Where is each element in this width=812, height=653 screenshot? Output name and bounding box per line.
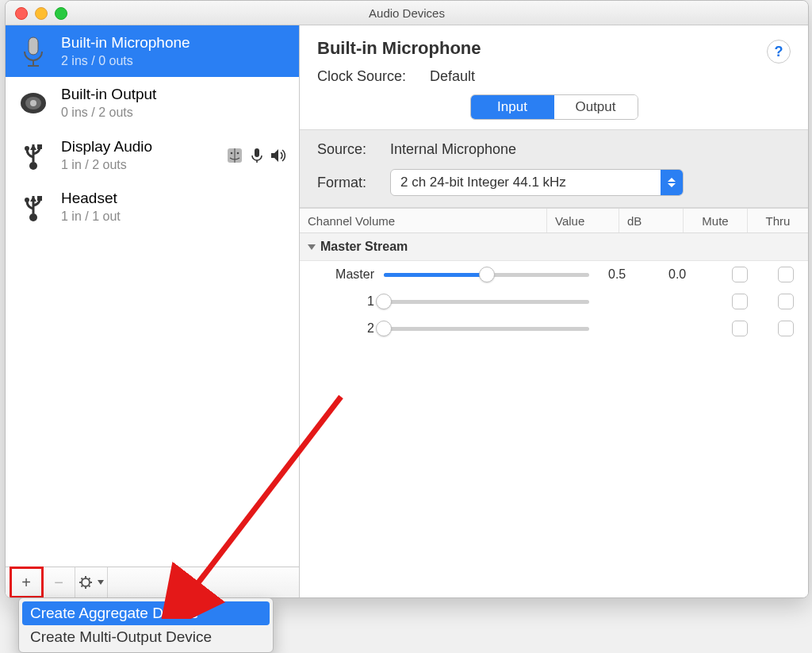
group-label: Master Stream xyxy=(320,240,408,254)
device-sub: 1 in / 1 out xyxy=(61,209,288,225)
table-header: Channel Volume Value dB Mute Thru xyxy=(300,209,808,233)
device-sub: 1 in / 2 outs xyxy=(61,157,215,174)
svg-rect-18 xyxy=(37,196,42,201)
mute-checkbox[interactable] xyxy=(716,267,764,282)
source-label: Source: xyxy=(317,141,381,158)
svg-rect-9 xyxy=(37,144,42,149)
volume-slider[interactable] xyxy=(384,327,600,331)
svg-line-25 xyxy=(89,586,90,587)
device-name: Display Audio xyxy=(61,137,215,157)
detail-header: Built-in Microphone ? Clock Source: Defa… xyxy=(300,25,808,130)
channel-name: 2 xyxy=(300,321,384,336)
channel-name: Master xyxy=(300,267,384,282)
channel-name: 1 xyxy=(300,294,384,309)
finder-icon xyxy=(226,147,243,164)
svg-point-11 xyxy=(231,152,233,154)
usb-icon xyxy=(17,190,50,224)
device-sub: 0 ins / 2 outs xyxy=(61,105,288,121)
svg-point-5 xyxy=(30,100,36,106)
svg-line-24 xyxy=(82,578,83,580)
thru-checkbox[interactable] xyxy=(764,267,808,282)
table-group[interactable]: Master Stream xyxy=(300,233,808,261)
device-name: Headset xyxy=(61,189,288,209)
svg-point-12 xyxy=(237,152,239,154)
svg-point-6 xyxy=(29,162,37,170)
format-panel: Source: Internal Microphone Format: 2 ch… xyxy=(300,130,808,208)
th-db: dB xyxy=(619,209,684,232)
th-mute: Mute xyxy=(684,209,748,232)
action-menu-button[interactable] xyxy=(75,567,108,597)
sidebar-item-built-in-output[interactable]: Built-in Output 0 ins / 2 outs xyxy=(6,77,299,129)
usb-icon xyxy=(17,139,50,172)
svg-line-27 xyxy=(82,586,83,587)
volume-slider[interactable] xyxy=(384,300,600,304)
window-title: Audio Devices xyxy=(369,6,445,20)
close-icon[interactable] xyxy=(15,7,28,20)
tab-output[interactable]: Output xyxy=(554,95,638,119)
help-button[interactable]: ? xyxy=(767,40,791,63)
minimize-icon[interactable] xyxy=(35,7,48,20)
device-list: Built-in Microphone 2 ins / 0 outs xyxy=(6,25,299,567)
chevron-down-icon xyxy=(98,580,104,585)
speaker-icon xyxy=(17,86,50,120)
mic-indicator-icon xyxy=(248,147,266,164)
svg-rect-0 xyxy=(29,37,38,55)
disclosure-triangle-icon xyxy=(308,244,316,250)
thru-checkbox[interactable] xyxy=(764,294,808,309)
svg-point-15 xyxy=(29,213,37,221)
detail-title: Built-in Microphone xyxy=(317,38,791,59)
th-value: Value xyxy=(547,209,619,232)
titlebar: Audio Devices xyxy=(6,1,808,25)
value-cell: 0.5 xyxy=(600,267,664,282)
sidebar-toolbar: + − xyxy=(6,567,299,597)
tab-input[interactable]: Input xyxy=(471,95,554,119)
zoom-icon[interactable] xyxy=(55,7,67,20)
body: Built-in Microphone 2 ins / 0 outs xyxy=(6,25,808,597)
format-select[interactable]: 2 ch 24-bit Integer 44.1 kHz xyxy=(390,169,684,196)
menu-item-create-aggregate[interactable]: Create Aggregate Device xyxy=(22,601,270,625)
sidebar-item-display-audio[interactable]: Display Audio 1 in / 2 outs xyxy=(6,129,299,181)
menu-item-create-multi-output[interactable]: Create Multi-Output Device xyxy=(22,625,270,649)
svg-point-19 xyxy=(82,578,90,586)
format-value: 2 ch 24-bit Integer 44.1 kHz xyxy=(400,175,566,190)
main-panel: Built-in Microphone ? Clock Source: Defa… xyxy=(300,25,808,597)
gear-icon xyxy=(79,574,96,591)
device-sub: 2 ins / 0 outs xyxy=(61,53,288,70)
sidebar-item-built-in-microphone[interactable]: Built-in Microphone 2 ins / 0 outs xyxy=(6,25,299,77)
window: Audio Devices xyxy=(5,0,809,598)
device-name: Built-in Output xyxy=(61,85,288,105)
sidebar-item-headset[interactable]: Headset 1 in / 1 out xyxy=(6,181,299,232)
th-thru: Thru xyxy=(748,209,808,232)
io-segmented-control: Input Output xyxy=(470,94,638,120)
add-device-button[interactable]: + xyxy=(10,567,43,597)
thru-checkbox[interactable] xyxy=(764,321,808,336)
channel-table: Channel Volume Value dB Mute Thru Master… xyxy=(300,208,808,597)
updown-icon xyxy=(661,170,683,195)
add-device-popup: Create Aggregate Device Create Multi-Out… xyxy=(18,597,274,653)
svg-point-17 xyxy=(25,198,29,202)
device-indicators xyxy=(226,147,288,164)
speaker-indicator-icon xyxy=(270,147,288,164)
format-label: Format: xyxy=(317,175,381,191)
device-name: Built-in Microphone xyxy=(61,33,288,53)
table-row: Master 0.5 0.0 xyxy=(300,261,808,288)
table-row: 2 xyxy=(300,315,808,342)
mute-checkbox[interactable] xyxy=(716,294,764,309)
volume-slider[interactable] xyxy=(384,273,600,277)
svg-line-26 xyxy=(89,578,90,580)
traffic-lights xyxy=(15,7,67,20)
mute-checkbox[interactable] xyxy=(716,321,764,336)
th-channel-volume: Channel Volume xyxy=(300,209,547,232)
clock-source-label: Clock Source: xyxy=(317,68,420,85)
table-row: 1 xyxy=(300,288,808,315)
sidebar: Built-in Microphone 2 ins / 0 outs xyxy=(6,25,300,597)
source-value: Internal Microphone xyxy=(390,141,516,158)
microphone-icon xyxy=(17,35,50,68)
svg-rect-13 xyxy=(255,148,259,157)
svg-point-8 xyxy=(25,146,29,151)
clock-source-value: Default xyxy=(430,68,475,85)
db-cell: 0.0 xyxy=(664,267,716,282)
remove-device-button[interactable]: − xyxy=(43,567,75,597)
